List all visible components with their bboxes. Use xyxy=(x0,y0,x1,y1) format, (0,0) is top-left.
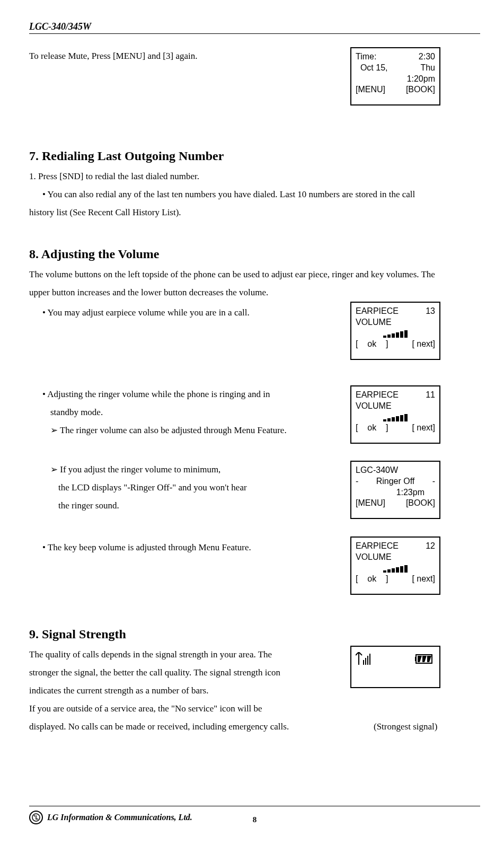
svg-marker-7 xyxy=(418,656,422,662)
page-footer: LG Information & Communications, Ltd. 8 xyxy=(29,806,480,824)
svg-rect-6 xyxy=(415,657,417,661)
footer-company: LG Information & Communications, Ltd. xyxy=(47,813,192,822)
section-9-title: 9. Signal Strength xyxy=(29,627,480,641)
menu-softkey: [MENU] xyxy=(356,84,385,95)
time-value: 2:30 xyxy=(419,51,435,63)
ep13-ok: [ ok ] xyxy=(356,339,388,350)
date-label: Oct 15, xyxy=(356,63,387,74)
ep12-next: [ next] xyxy=(412,574,435,585)
sec8-bullet1: • You may adjust earpiece volume while y… xyxy=(42,304,323,322)
sec8-bullet2c: ➢ The ringer volume can also be adjusted… xyxy=(50,421,368,439)
ringer-dash-right: - xyxy=(432,476,435,487)
ep13-label: EARPIECE xyxy=(356,306,399,317)
ringer-menu: [MENU] xyxy=(356,498,385,509)
ep12-label: EARPIECE xyxy=(356,541,399,552)
lcd-earpiece-12-box: EARPIECE 12 VOLUME [ ok ] [ next] xyxy=(350,536,440,595)
sec7-line3: history list (See Recent Call History Li… xyxy=(29,204,480,222)
sec8-bullet3a: ➢ If you adjust the ringer volume to min… xyxy=(50,461,337,479)
ringer-book: [BOOK] xyxy=(406,498,435,509)
sec7-bullet: • You can also redial any of the last te… xyxy=(42,186,480,204)
signal-battery-box xyxy=(350,646,440,688)
ep12-value: 12 xyxy=(426,541,435,552)
battery-icon xyxy=(415,654,435,667)
day-value: Thu xyxy=(420,63,435,74)
strongest-signal-label: (Strongest signal) xyxy=(374,718,437,736)
sec9-p5a: displayed. No calls can be made or recei… xyxy=(29,718,358,736)
sec9-p1: The quality of calls depends in the sign… xyxy=(29,646,358,664)
ringer-time: 1:23pm xyxy=(396,487,425,498)
sec8-para1: The volume buttons on the left topside o… xyxy=(29,266,480,284)
ep11-volume-label: VOLUME xyxy=(356,401,435,412)
time-label: Time: xyxy=(356,51,376,63)
mute-instruction: To release Mute, Press [MENU] and [3] ag… xyxy=(29,47,315,65)
ringer-model: LGC-340W xyxy=(356,465,435,476)
svg-point-11 xyxy=(34,815,35,816)
svg-rect-3 xyxy=(367,656,368,665)
lcd-ringer-off-box: LGC-340W - Ringer Off - 1:23pm [MENU] [B… xyxy=(350,461,440,519)
volume-bars-icon xyxy=(356,564,435,573)
page-number: 8 xyxy=(253,815,257,824)
antenna-icon xyxy=(356,652,370,669)
ep11-ok: [ ok ] xyxy=(356,423,388,434)
ep11-next: [ next] xyxy=(412,423,435,434)
volume-bars-icon xyxy=(356,329,435,338)
svg-rect-4 xyxy=(369,654,370,665)
volume-bars-icon xyxy=(356,413,435,421)
section-7-title: 7. Redialing Last Outgoing Number xyxy=(29,149,480,163)
sec8-bullet3c: the ringer sound. xyxy=(58,497,344,515)
book-softkey: [BOOK] xyxy=(406,84,435,95)
sec7-line1: 1. Press [SND] to redial the last dialed… xyxy=(29,168,480,186)
ep12-ok: [ ok ] xyxy=(356,574,388,585)
ep13-volume-label: VOLUME xyxy=(356,317,435,328)
lcd-earpiece-11-box: EARPIECE 11 VOLUME [ ok ] [ next] xyxy=(350,385,440,444)
lcd-time-box: Time: 2:30 Oct 15, Thu 1:20pm [MENU] [BO… xyxy=(350,47,440,105)
svg-rect-1 xyxy=(363,660,364,665)
sec8-bullet2a: • Adjusting the ringer volume while the … xyxy=(42,385,329,403)
clock-value: 1:20pm xyxy=(407,74,435,85)
ep13-value: 13 xyxy=(426,306,435,317)
sec9-p3: indicates the current strength as a numb… xyxy=(29,682,358,700)
sec8-bullet3b: the LCD displays "-Ringer Off-" and you … xyxy=(58,479,344,497)
ep11-label: EARPIECE xyxy=(356,390,399,401)
lcd-earpiece-13-box: EARPIECE 13 VOLUME [ ok ] [ next] xyxy=(350,302,440,360)
sec8-bullet4: • The key beep volume is adjusted throug… xyxy=(42,539,329,557)
section-8-title: 8. Adjusting the Volume xyxy=(29,247,480,261)
sec8-para1b: upper button increases and the lower but… xyxy=(29,284,480,302)
svg-marker-8 xyxy=(422,656,427,662)
ringer-dash-left: - xyxy=(356,476,358,487)
model-header: LGC-340/345W xyxy=(29,21,480,34)
svg-rect-2 xyxy=(365,658,366,665)
ringer-off-text: Ringer Off xyxy=(376,476,415,487)
ep11-value: 11 xyxy=(426,390,435,401)
ep13-next: [ next] xyxy=(412,339,435,350)
sec8-bullet2b: standby mode. xyxy=(50,403,337,421)
sec9-p2: stronger the signal, the better the call… xyxy=(29,664,358,682)
svg-marker-9 xyxy=(427,656,431,662)
lg-logo-icon xyxy=(29,811,43,824)
ep12-volume-label: VOLUME xyxy=(356,552,435,563)
sec9-p4: If you are outside of a service area, th… xyxy=(29,700,358,718)
